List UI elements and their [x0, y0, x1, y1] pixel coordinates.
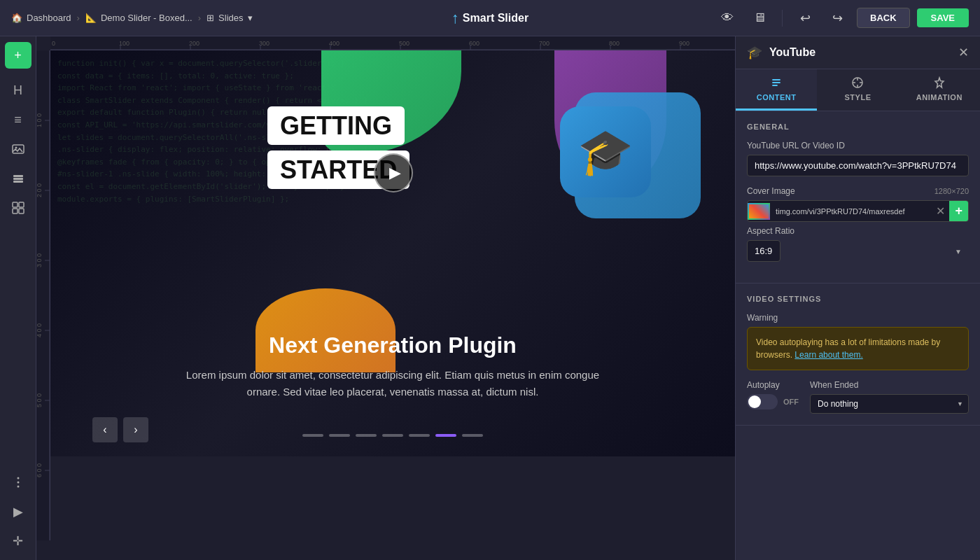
cover-image-field: ✕ +: [747, 200, 969, 222]
slider-preview: function init() { var x = document.query…: [50, 50, 735, 456]
aspect-ratio-group: Aspect Ratio 16:9 4:3 1:1 21:9: [747, 226, 969, 262]
play-icon: ▶: [389, 164, 401, 182]
save-button[interactable]: SAVE: [917, 8, 969, 27]
aspect-ratio-select-wrapper: 16:9 4:3 1:1 21:9: [747, 240, 969, 262]
svg-rect-4: [13, 181, 23, 183]
slider-nav: ‹ ›: [92, 417, 148, 442]
when-ended-group: When Ended Do nothing Loop Stop: [810, 380, 969, 414]
slider-icon: 📐: [85, 13, 97, 23]
ruler: 0 100 200 300 400 500 600 700 800 900 10…: [50, 36, 735, 50]
cover-image-clear-button[interactable]: ✕: [932, 204, 949, 218]
breadcrumb-arrow-1: ›: [77, 13, 80, 23]
cover-image-size: 1280×720: [934, 187, 969, 195]
breadcrumb-arrow-2: ›: [198, 13, 201, 23]
when-ended-select[interactable]: Do nothing Loop Stop: [810, 394, 969, 414]
undo-icon[interactable]: ↩: [792, 6, 818, 31]
side-ruler: 1 0 0 2 0 0 3 0 0 4 0 0 5 0 0 6 0 0: [36, 50, 50, 540]
nav-divider: [782, 10, 783, 27]
image-tool-button[interactable]: [5, 136, 31, 162]
tab-style[interactable]: STYLE: [817, 69, 898, 111]
add-element-button[interactable]: +: [5, 42, 31, 69]
panel-body: GENERAL YouTube URL Or Video ID Cover Im…: [736, 111, 980, 560]
cover-image-label: Cover Image: [747, 186, 795, 196]
dot-5[interactable]: [409, 434, 430, 437]
play-button[interactable]: ▶: [5, 498, 31, 525]
dot-6-active[interactable]: [435, 434, 456, 437]
breadcrumb-slides[interactable]: ⊞ Slides ▾: [206, 13, 252, 23]
preview-icon[interactable]: 👁: [715, 6, 740, 31]
breadcrumb: 🏠 Dashboard › 📐 Demo Slider - Boxed... ›…: [11, 13, 253, 23]
slider-background: function init() { var x = document.query…: [50, 50, 735, 456]
general-section: GENERAL YouTube URL Or Video ID Cover Im…: [736, 111, 980, 284]
panel-youtube-icon: 🎓: [747, 45, 762, 60]
breadcrumb-demo-slider[interactable]: 📐 Demo Slider - Boxed...: [85, 13, 192, 23]
svg-point-9: [17, 477, 19, 479]
tab-content[interactable]: CONTENT: [736, 69, 817, 111]
autoplay-toggle-row: OFF: [747, 394, 799, 410]
move-tool-button[interactable]: ✛: [5, 528, 31, 554]
cover-image-url-input[interactable]: [770, 204, 932, 219]
prev-slide-button[interactable]: ‹: [92, 417, 118, 442]
when-ended-label: When Ended: [810, 380, 969, 390]
more-options-button[interactable]: [5, 469, 31, 496]
back-button[interactable]: BACK: [857, 8, 910, 28]
canvas-content: function init() { var x = document.query…: [50, 50, 735, 540]
when-ended-select-wrapper: Do nothing Loop Stop: [810, 394, 969, 414]
svg-text:4 0 0: 4 0 0: [36, 323, 43, 337]
svg-point-11: [17, 486, 19, 488]
svg-rect-7: [13, 209, 18, 214]
autoplay-when-ended-row: Autoplay OFF When Ended: [747, 380, 969, 414]
svg-text:6 0 0: 6 0 0: [36, 463, 43, 477]
slider-title: Next Generation Plugin: [50, 332, 735, 358]
cover-image-header: Cover Image 1280×720 ✕ +: [747, 186, 969, 222]
autoplay-toggle[interactable]: [747, 394, 778, 410]
breadcrumb-dashboard[interactable]: 🏠 Dashboard: [11, 13, 71, 23]
warning-box: Video autoplaying has a lot of limitatio…: [747, 327, 969, 370]
heading-tool-button[interactable]: H: [5, 77, 31, 104]
slider-bottom-content: Next Generation Plugin Lorem ipsum dolor…: [50, 332, 735, 400]
video-area: ▶: [260, 85, 526, 260]
youtube-url-input[interactable]: [747, 155, 969, 176]
canvas-outer: 1 0 0 2 0 0 3 0 0 4 0 0 5 0 0 6 0 0: [36, 50, 735, 540]
aspect-ratio-label: Aspect Ratio: [747, 226, 969, 236]
animation-tab-icon: [933, 76, 946, 90]
graduation-icon: 🎓: [578, 126, 634, 178]
content-tab-icon: [770, 76, 783, 90]
left-toolbar: + H ≡ ▶ ✛: [0, 36, 36, 560]
cover-image-add-button[interactable]: +: [949, 201, 968, 221]
dot-4[interactable]: [382, 434, 403, 437]
chevron-down-icon: ▾: [248, 13, 253, 23]
dot-3[interactable]: [356, 434, 377, 437]
home-icon: 🏠: [11, 13, 22, 23]
svg-text:2 0 0: 2 0 0: [36, 183, 43, 197]
nav-right: 👁 🖥 ↩ ↪ BACK SAVE: [715, 6, 969, 31]
toggle-knob: [748, 396, 761, 408]
warning-link[interactable]: Learn about them.: [794, 350, 862, 360]
canvas-area: 0 100 200 300 400 500 600 700 800 900 10…: [36, 36, 735, 560]
style-tab-icon: [851, 76, 864, 90]
aspect-ratio-select[interactable]: 16:9 4:3 1:1 21:9: [747, 240, 780, 262]
next-slide-button[interactable]: ›: [123, 417, 148, 442]
youtube-url-group: YouTube URL Or Video ID: [747, 141, 969, 176]
warning-group: Warning Video autoplaying has a lot of l…: [747, 313, 969, 370]
smart-slider-logo: 🎓: [560, 106, 651, 197]
dot-1[interactable]: [302, 434, 323, 437]
svg-rect-5: [13, 202, 18, 207]
top-nav: 🏠 Dashboard › 📐 Demo Slider - Boxed... ›…: [0, 0, 980, 36]
autoplay-label: Autoplay: [747, 380, 799, 390]
cover-thumb-inner: [749, 204, 769, 218]
dot-2[interactable]: [329, 434, 350, 437]
tab-animation[interactable]: ANIMATION: [899, 69, 980, 111]
layers-tool-button[interactable]: [5, 165, 31, 192]
svg-rect-3: [13, 178, 23, 180]
svg-text:5 0 0: 5 0 0: [36, 393, 43, 407]
desktop-icon[interactable]: 🖥: [747, 6, 772, 31]
panel-title: YouTube: [769, 46, 816, 59]
redo-icon[interactable]: ↪: [825, 6, 850, 31]
panel-close-button[interactable]: ✕: [958, 45, 969, 60]
menu-tool-button[interactable]: ≡: [5, 106, 31, 133]
play-video-button[interactable]: ▶: [374, 153, 413, 192]
dot-7[interactable]: [462, 434, 483, 437]
grid-tool-button[interactable]: [5, 195, 31, 221]
cover-image-thumbnail: [748, 203, 770, 220]
